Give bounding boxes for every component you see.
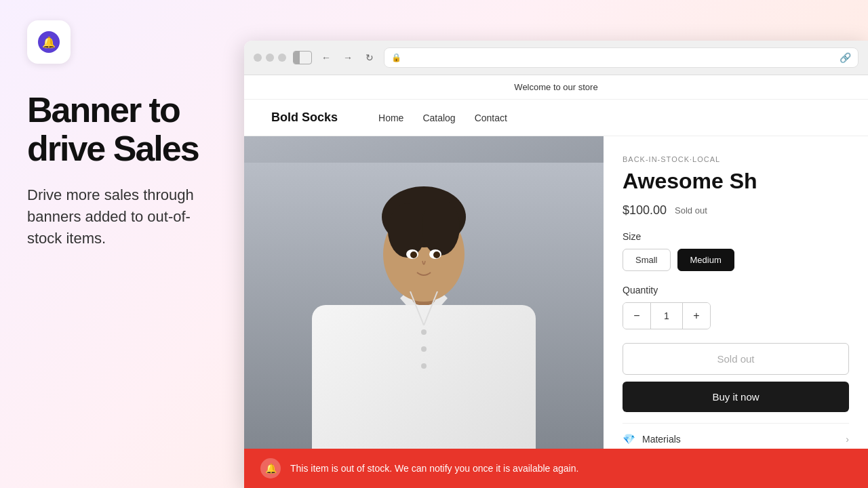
store-nav: Bold Socks Home Catalog Contact <box>244 100 868 136</box>
product-price: $100.00 <box>623 203 667 218</box>
product-price-row: $100.00 Sold out <box>623 203 849 218</box>
store-nav-links: Home Catalog Contact <box>378 113 507 123</box>
quantity-minus-button[interactable]: − <box>623 303 650 329</box>
link-icon: 🔗 <box>840 52 851 63</box>
svg-point-11 <box>433 251 440 258</box>
nav-link-catalog[interactable]: Catalog <box>422 113 455 123</box>
traffic-light-maximize[interactable] <box>278 54 286 62</box>
forward-button[interactable]: → <box>340 50 355 65</box>
traffic-light-minimize[interactable] <box>266 54 274 62</box>
size-small-button[interactable]: Small <box>623 249 671 271</box>
materials-label: Materials <box>642 434 681 445</box>
announcement-text: Welcome to our store <box>514 82 597 92</box>
product-label: BACK-IN-STOCK·LOCAL <box>623 155 849 163</box>
app-icon-container: 🔔 <box>27 20 71 64</box>
left-panel: 🔔 Banner to drive Sales Drive more sales… <box>0 0 244 488</box>
bell-icon: 🔔 <box>38 31 60 53</box>
notification-text: This item is out of stock. We can notify… <box>290 463 578 474</box>
svg-point-15 <box>421 363 427 369</box>
lock-icon: 🔒 <box>391 53 401 62</box>
announcement-bar: Welcome to our store <box>244 75 868 100</box>
product-image-container <box>244 136 604 488</box>
quantity-control: − 1 + <box>623 302 711 329</box>
size-medium-button[interactable]: Medium <box>677 249 734 271</box>
browser-window: ← → ↻ 🔒 🔗 Welcome to our store Bold Sock… <box>244 41 868 488</box>
nav-link-home[interactable]: Home <box>378 113 403 123</box>
svg-point-14 <box>421 346 427 352</box>
notification-bell-icon: 🔔 <box>260 458 281 479</box>
sold-out-button: Sold out <box>623 343 849 375</box>
address-bar[interactable]: 🔒 🔗 <box>384 47 859 68</box>
buy-now-button[interactable]: Buy it now <box>623 382 849 412</box>
svg-point-7 <box>422 199 460 256</box>
quantity-label: Quantity <box>623 285 849 296</box>
diamond-icon: 💎 <box>623 433 635 445</box>
product-details: BACK-IN-STOCK·LOCAL Awesome Sh $100.00 S… <box>604 136 868 488</box>
product-image <box>244 136 604 488</box>
svg-point-13 <box>421 329 427 335</box>
sold-out-badge: Sold out <box>675 205 707 216</box>
headline: Banner to drive Sales <box>27 91 217 168</box>
size-label: Size <box>623 231 849 242</box>
subtext: Drive more sales through banners added t… <box>27 184 217 249</box>
quantity-value: 1 <box>650 303 683 329</box>
product-area: BACK-IN-STOCK·LOCAL Awesome Sh $100.00 S… <box>244 136 868 488</box>
notification-banner: 🔔 This item is out of stock. We can noti… <box>244 449 868 488</box>
size-options: Small Medium <box>623 249 849 271</box>
nav-link-contact[interactable]: Contact <box>475 113 507 123</box>
browser-chrome: ← → ↻ 🔒 🔗 <box>244 41 868 75</box>
store-logo: Bold Socks <box>271 110 338 125</box>
traffic-lights <box>254 54 286 62</box>
svg-point-10 <box>410 251 417 258</box>
svg-point-6 <box>388 203 426 258</box>
back-button[interactable]: ← <box>319 50 334 65</box>
quantity-plus-button[interactable]: + <box>683 303 710 329</box>
reload-button[interactable]: ↻ <box>362 50 377 65</box>
sidebar-toggle-button[interactable] <box>293 51 312 64</box>
chevron-right-icon: › <box>846 434 849 445</box>
traffic-light-close[interactable] <box>254 54 262 62</box>
product-title: Awesome Sh <box>623 169 849 194</box>
